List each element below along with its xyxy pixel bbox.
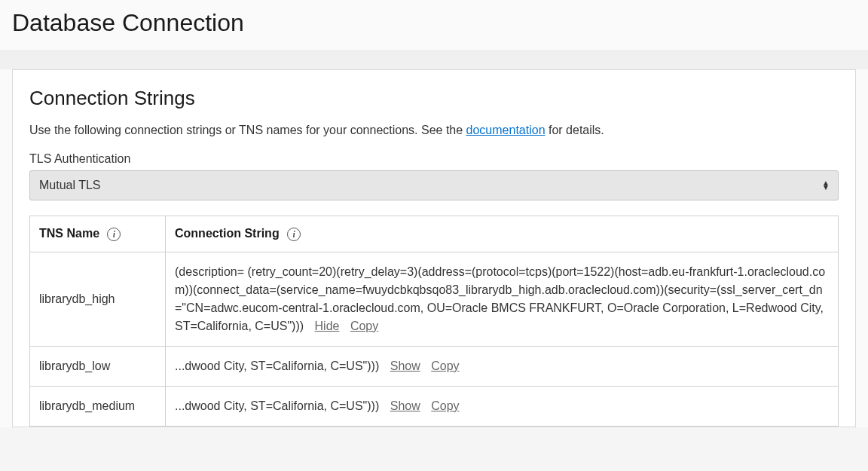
show-link[interactable]: Show	[390, 399, 420, 412]
desc-post: for details.	[546, 124, 604, 136]
section-title: Connection Strings	[29, 87, 839, 110]
show-link[interactable]: Show	[390, 359, 420, 372]
copy-link[interactable]: Copy	[431, 359, 459, 372]
table-row: librarydb_medium ...dwood City, ST=Calif…	[30, 386, 839, 426]
page-header: Database Connection	[0, 0, 868, 51]
tls-auth-select[interactable]: Mutual TLS	[29, 170, 839, 200]
col-header-tns: TNS Name i	[30, 216, 166, 252]
hide-link[interactable]: Hide	[315, 320, 340, 332]
copy-link[interactable]: Copy	[431, 399, 459, 412]
conn-string: (description= (retry_count=20)(retry_del…	[175, 265, 825, 332]
page-title: Database Connection	[12, 9, 856, 37]
desc-pre: Use the following connection strings or …	[29, 124, 466, 136]
table-row: librarydb_high (description= (retry_coun…	[30, 252, 839, 346]
tls-auth-selected: Mutual TLS	[39, 179, 101, 192]
tns-cell: librarydb_medium	[30, 386, 166, 426]
conn-cell: ...dwood City, ST=California, C=US"))) S…	[166, 346, 839, 386]
section-description: Use the following connection strings or …	[29, 124, 839, 137]
conn-string: ...dwood City, ST=California, C=US")))	[175, 359, 379, 372]
tns-cell: librarydb_low	[30, 346, 166, 386]
connection-table: TNS Name i Connection String i librarydb…	[29, 216, 839, 427]
connection-strings-card: Connection Strings Use the following con…	[12, 69, 856, 427]
copy-link[interactable]: Copy	[350, 320, 378, 332]
gap	[0, 51, 868, 69]
info-icon[interactable]: i	[107, 228, 121, 241]
table-row: librarydb_low ...dwood City, ST=Californ…	[30, 346, 839, 386]
tls-auth-label: TLS Authentication	[29, 152, 839, 166]
conn-cell: ...dwood City, ST=California, C=US"))) S…	[166, 386, 839, 426]
conn-cell: (description= (retry_count=20)(retry_del…	[166, 252, 839, 346]
tls-auth-select-wrap: Mutual TLS ▲▼	[29, 170, 839, 200]
col-header-tns-text: TNS Name	[39, 227, 99, 240]
tns-cell: librarydb_high	[30, 252, 166, 346]
col-header-conn: Connection String i	[166, 216, 839, 252]
conn-string: ...dwood City, ST=California, C=US")))	[175, 399, 379, 412]
info-icon[interactable]: i	[287, 228, 301, 241]
col-header-conn-text: Connection String	[175, 227, 280, 240]
chevron-updown-icon: ▲▼	[822, 181, 830, 190]
documentation-link[interactable]: documentation	[466, 124, 546, 136]
